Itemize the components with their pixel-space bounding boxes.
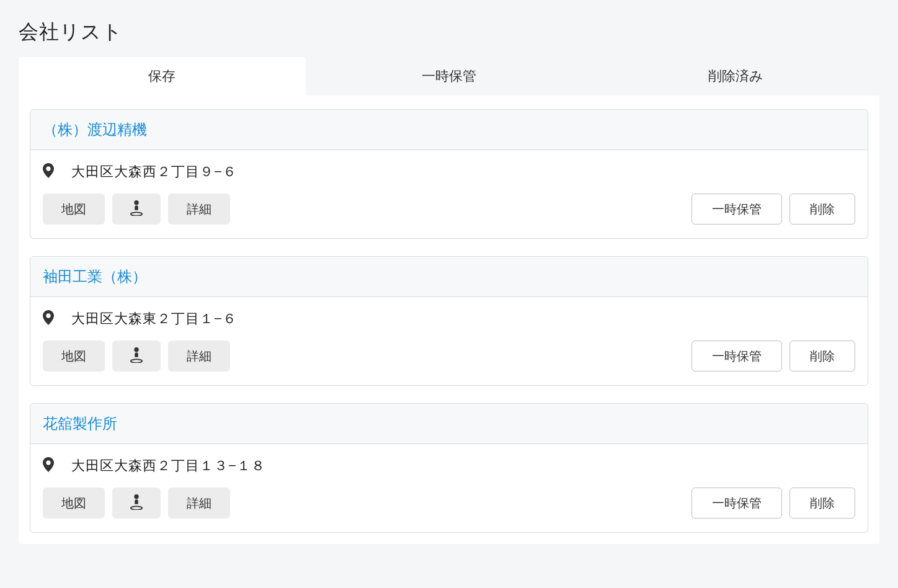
detail-button[interactable]: 詳細 (168, 194, 230, 225)
svg-point-3 (131, 359, 142, 363)
delete-button[interactable]: 削除 (789, 341, 855, 372)
company-address: 大田区大森西２丁目１３−１８ (71, 457, 265, 475)
svg-point-5 (131, 506, 142, 510)
company-address: 大田区大森西２丁目９−６ (71, 163, 237, 181)
svg-point-4 (134, 494, 138, 499)
detail-button[interactable]: 詳細 (168, 341, 230, 372)
archive-button[interactable]: 一時保管 (691, 194, 782, 225)
card-actions: 地図 詳細 一時保管 削除 (43, 341, 855, 372)
page-title: 会社リスト (19, 19, 879, 46)
svg-point-1 (131, 212, 142, 216)
company-card-header: （株）渡辺精機 (30, 110, 868, 150)
streetview-icon (130, 347, 143, 366)
delete-button[interactable]: 削除 (789, 194, 855, 225)
svg-point-0 (134, 200, 138, 205)
svg-point-2 (134, 347, 138, 352)
company-address: 大田区大森東２丁目１−６ (71, 310, 237, 328)
tab-bar: 保存 一時保管 削除済み (19, 57, 879, 96)
address-row: 大田区大森西２丁目９−６ (43, 163, 855, 181)
company-name-link[interactable]: 袖田工業（株） (43, 268, 147, 285)
company-card-body: 大田区大森西２丁目９−６ 地図 詳細 (30, 150, 868, 238)
tab-deleted[interactable]: 削除済み (592, 57, 879, 96)
map-button[interactable]: 地図 (43, 194, 105, 225)
card-actions-right: 一時保管 削除 (691, 194, 855, 225)
detail-button[interactable]: 詳細 (168, 488, 230, 519)
company-card-body: 大田区大森西２丁目１３−１８ 地図 詳細 (30, 444, 868, 532)
map-button[interactable]: 地図 (43, 488, 105, 519)
address-row: 大田区大森西２丁目１３−１８ (43, 457, 855, 475)
company-name-link[interactable]: 花舘製作所 (43, 415, 117, 432)
card-actions: 地図 詳細 一時保管 削除 (43, 488, 855, 519)
tab-archived[interactable]: 一時保管 (306, 57, 593, 96)
archive-button[interactable]: 一時保管 (691, 488, 782, 519)
delete-button[interactable]: 削除 (789, 488, 855, 519)
company-name-link[interactable]: （株）渡辺精機 (43, 121, 147, 138)
streetview-icon (130, 494, 143, 513)
map-button[interactable]: 地図 (43, 341, 105, 372)
card-actions: 地図 詳細 一時保管 削除 (43, 194, 855, 225)
streetview-button[interactable] (112, 194, 161, 225)
map-pin-icon (43, 457, 54, 474)
tab-content: （株）渡辺精機 大田区大森西２丁目９−６ 地図 (19, 96, 879, 544)
archive-button[interactable]: 一時保管 (691, 341, 782, 372)
tab-saved[interactable]: 保存 (19, 57, 306, 96)
map-pin-icon (43, 310, 54, 327)
card-actions-left: 地図 詳細 (43, 341, 230, 372)
company-card-body: 大田区大森東２丁目１−６ 地図 詳細 (30, 297, 868, 385)
streetview-icon (130, 200, 143, 219)
address-row: 大田区大森東２丁目１−６ (43, 310, 855, 328)
streetview-button[interactable] (112, 341, 161, 372)
company-card-header: 花舘製作所 (30, 404, 868, 444)
card-actions-right: 一時保管 削除 (691, 488, 855, 519)
card-actions-left: 地図 詳細 (43, 488, 230, 519)
map-pin-icon (43, 163, 54, 180)
company-card: （株）渡辺精機 大田区大森西２丁目９−６ 地図 (30, 109, 868, 239)
company-card: 花舘製作所 大田区大森西２丁目１３−１８ 地図 (30, 403, 868, 533)
company-card-header: 袖田工業（株） (30, 257, 868, 297)
card-actions-left: 地図 詳細 (43, 194, 230, 225)
company-card: 袖田工業（株） 大田区大森東２丁目１−６ 地図 (30, 256, 868, 386)
streetview-button[interactable] (112, 488, 161, 519)
card-actions-right: 一時保管 削除 (691, 341, 855, 372)
